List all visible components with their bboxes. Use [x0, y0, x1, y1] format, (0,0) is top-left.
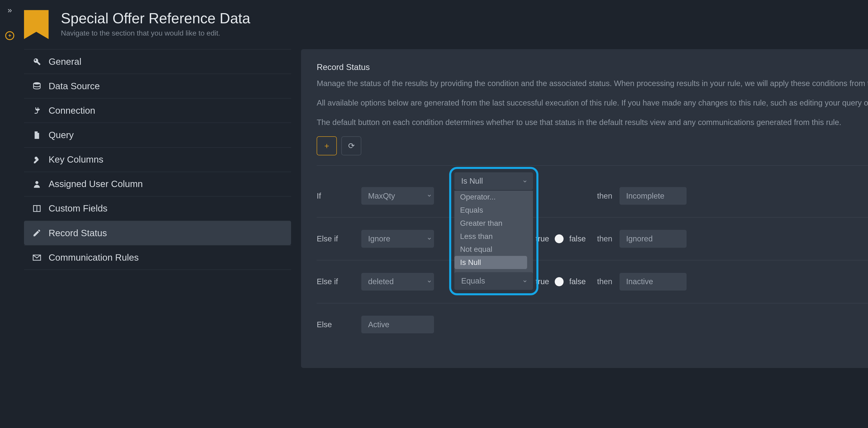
add-circle-icon[interactable]: + — [5, 31, 14, 40]
wrench-icon — [32, 57, 42, 66]
rule-row-else: Else Active Default — [317, 303, 868, 346]
rule-elseif-label: Else if — [317, 234, 361, 243]
sidebar-item-communication-rules[interactable]: Communication Rules — [24, 245, 291, 270]
sidebar-item-assigned-user[interactable]: Assigned User Column — [24, 172, 291, 196]
sidebar-item-label: Data Source — [49, 81, 100, 92]
sidebar-item-query[interactable]: Query — [24, 123, 291, 147]
operator-select[interactable]: Is Null — [455, 172, 533, 190]
then-label: then — [594, 234, 619, 243]
content-paragraph-2: All available options below are generate… — [317, 97, 868, 109]
plug-icon — [32, 106, 42, 115]
header: Special Offer Reference Data Navigate to… — [24, 10, 868, 49]
columns-icon — [32, 204, 42, 213]
content-paragraph-3: The default button on each condition det… — [317, 117, 868, 128]
sidebar-item-key-columns[interactable]: Key Columns — [24, 147, 291, 172]
svg-point-0 — [33, 83, 40, 85]
sidebar-item-label: General — [49, 56, 81, 67]
left-rail: » + — [0, 0, 20, 428]
expand-left-icon[interactable]: » — [8, 6, 12, 14]
column-select[interactable]: MaxQty — [361, 187, 434, 205]
status-value[interactable]: Incomplete — [620, 187, 687, 205]
else-status-value[interactable]: Active — [361, 316, 434, 333]
then-label: then — [594, 192, 619, 200]
database-icon — [32, 81, 42, 90]
sidebar-item-custom-fields[interactable]: Custom Fields — [24, 196, 291, 221]
then-label: then — [594, 277, 619, 286]
operator-options-list: Operator... Equals Greater than Less tha… — [455, 191, 533, 274]
operator-option-selected[interactable]: Is Null — [455, 256, 527, 269]
content-panel: Record Status Manage the status of the r… — [301, 49, 868, 368]
title-block: Special Offer Reference Data Navigate to… — [61, 10, 250, 37]
content-paragraph-1: Manage the status of the results by prov… — [317, 78, 868, 90]
sidebar-item-label: Assigned User Column — [49, 179, 143, 189]
page-subtitle: Navigate to the section that you would l… — [61, 29, 250, 37]
sidebar-item-data-source[interactable]: Data Source — [24, 74, 291, 98]
column-select[interactable]: Ignore — [361, 230, 434, 248]
rule-if-label: If — [317, 192, 361, 200]
operator-option[interactable]: Equals — [455, 204, 533, 217]
plus-icon: ＋ — [323, 141, 331, 151]
key-icon — [32, 155, 42, 164]
rule-row: Else if deleted true false then Inactive… — [317, 260, 868, 303]
bookmark-icon — [24, 10, 49, 39]
radio-false-label: false — [569, 234, 586, 243]
svg-point-1 — [35, 181, 38, 184]
refresh-icon: ⟳ — [348, 141, 355, 151]
operator-option[interactable]: Less than — [455, 230, 533, 243]
rule-elseif-label: Else if — [317, 277, 361, 286]
operator-option[interactable]: Operator... — [455, 191, 533, 204]
operator-option[interactable]: Not equal — [455, 243, 533, 256]
rule-row: Else if Ignore true false then Ignored D… — [317, 218, 868, 260]
operator-dropdown-open: Is Null Operator... Equals Greater than … — [449, 167, 539, 295]
rule-else-label: Else — [317, 320, 361, 329]
status-value[interactable]: Inactive — [620, 273, 687, 291]
content-heading: Record Status — [317, 63, 868, 72]
file-icon — [32, 131, 42, 139]
sidebar-item-label: Custom Fields — [49, 203, 107, 214]
column-select[interactable]: deleted — [361, 273, 434, 291]
sidebar-item-record-status[interactable]: Record Status — [24, 221, 291, 245]
operator-option[interactable]: Greater than — [455, 217, 533, 230]
column-select-wrap: MaxQty — [361, 187, 437, 205]
sidebar-item-label: Query — [49, 130, 73, 140]
rules-toolbar: ＋ ⟳ — [317, 136, 868, 166]
user-icon — [32, 179, 42, 189]
main-area: Special Offer Reference Data Navigate to… — [20, 0, 868, 428]
status-value[interactable]: Ignored — [620, 230, 687, 248]
refresh-rules-button[interactable]: ⟳ — [341, 136, 362, 155]
operator-select-behind[interactable]: Equals — [455, 272, 533, 290]
sidebar: General Data Source Connection Query Key… — [24, 49, 291, 368]
sidebar-item-connection[interactable]: Connection — [24, 98, 291, 123]
sidebar-item-label: Key Columns — [49, 154, 103, 165]
sidebar-item-general[interactable]: General — [24, 49, 291, 74]
page-title: Special Offer Reference Data — [61, 10, 250, 27]
sidebar-item-label: Record Status — [49, 228, 107, 238]
radio-false[interactable] — [555, 277, 564, 286]
radio-false[interactable] — [555, 234, 564, 243]
add-rule-button[interactable]: ＋ — [317, 136, 337, 155]
sidebar-item-label: Connection — [49, 105, 95, 116]
sidebar-item-label: Communication Rules — [49, 252, 138, 263]
rule-row: If MaxQty then Incomplete Default ⋮ — [317, 174, 868, 218]
edit-icon — [32, 229, 42, 237]
rules-area: If MaxQty then Incomplete Default ⋮ — [317, 174, 868, 345]
radio-false-label: false — [569, 277, 586, 286]
envelope-icon — [32, 253, 42, 262]
